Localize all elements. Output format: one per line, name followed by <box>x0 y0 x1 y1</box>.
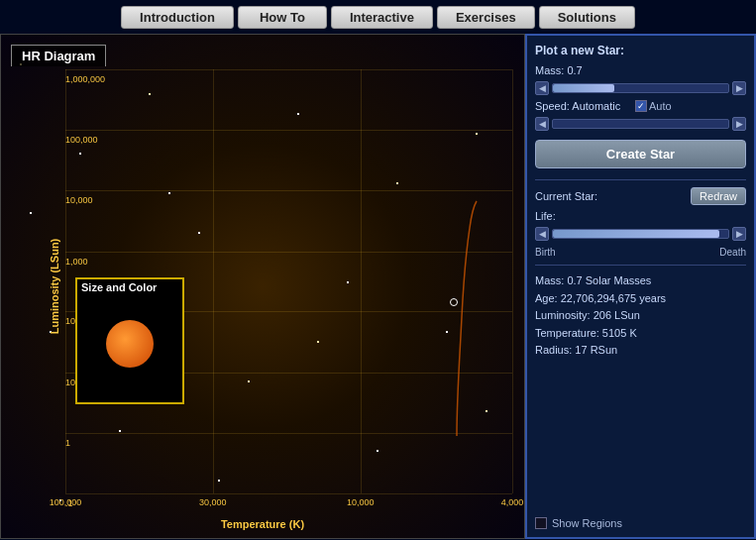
main-content: HR Diagram Luminosity (LSun) 1,000,000 1… <box>0 34 756 539</box>
speed-slider-left-arrow[interactable]: ◀ <box>535 117 549 131</box>
speed-slider-control[interactable]: ◀ ▶ <box>535 117 746 131</box>
life-slider-right-arrow[interactable]: ▶ <box>732 227 746 241</box>
current-star-row: Current Star: Redraw <box>535 187 746 205</box>
show-regions-checkbox[interactable] <box>535 517 547 529</box>
mass-slider-row: Mass: 0.7 <box>535 64 746 76</box>
tab-howto[interactable]: How To <box>238 6 327 29</box>
auto-checkbox-group: Auto <box>635 100 672 112</box>
speed-slider-right-arrow[interactable]: ▶ <box>732 117 746 131</box>
death-label: Death <box>719 247 746 258</box>
x-axis-label: Temperature (K) <box>221 518 304 530</box>
mass-label: Mass: 0.7 <box>535 64 590 76</box>
life-slider-track[interactable] <box>552 229 729 239</box>
auto-label: Auto <box>649 100 672 112</box>
life-slider-row[interactable]: ◀ ▶ <box>535 227 746 241</box>
create-star-button[interactable]: Create Star <box>535 140 746 168</box>
tab-introduction[interactable]: Introduction <box>121 6 234 29</box>
redraw-button[interactable]: Redraw <box>691 187 746 205</box>
star-age-info: Age: 22,706,294,675 years <box>535 290 746 308</box>
y-axis-label: Luminosity (LSun) <box>49 239 60 335</box>
speed-row: Speed: Automatic Auto <box>535 100 746 112</box>
star-radius-info: Radius: 17 RSun <box>535 342 746 360</box>
current-star-label: Current Star: <box>535 190 597 202</box>
birth-death-row: Birth Death <box>535 247 746 258</box>
star-info: Mass: 0.7 Solar Masses Age: 22,706,294,6… <box>535 272 746 360</box>
star-circle <box>106 320 154 368</box>
divider-2 <box>535 265 746 266</box>
size-color-box: Size and Color <box>75 277 184 404</box>
top-navigation: Introduction How To Interactive Exercise… <box>0 0 756 34</box>
mass-slider-fill <box>553 84 614 92</box>
mass-slider-control[interactable]: ◀ ▶ <box>535 81 746 95</box>
right-panel: Plot a new Star: Mass: 0.7 ◀ ▶ Speed: Au… <box>525 34 756 539</box>
plot-new-star-title: Plot a new Star: <box>535 44 746 57</box>
mass-slider-track[interactable] <box>552 83 729 93</box>
auto-checkbox[interactable] <box>635 100 647 112</box>
life-label: Life: <box>535 210 746 222</box>
hr-diagram-title: HR Diagram <box>11 45 106 66</box>
star-luminosity-info: Luminosity: 206 LSun <box>535 307 746 325</box>
tab-solutions[interactable]: Solutions <box>539 6 635 29</box>
tab-interactive[interactable]: Interactive <box>331 6 433 29</box>
speed-slider-track[interactable] <box>552 119 729 129</box>
size-color-label: Size and Color <box>77 279 182 295</box>
birth-label: Birth <box>535 247 556 258</box>
life-slider-left-arrow[interactable]: ◀ <box>535 227 549 241</box>
divider-1 <box>535 179 746 180</box>
show-regions-label: Show Regions <box>552 517 622 529</box>
show-regions-row: Show Regions <box>535 513 746 529</box>
size-color-canvas <box>77 295 182 392</box>
tab-exercises[interactable]: Exercises <box>437 6 535 29</box>
hr-diagram-panel: HR Diagram Luminosity (LSun) 1,000,000 1… <box>0 34 525 539</box>
speed-label: Speed: Automatic <box>535 100 629 112</box>
star-mass-info: Mass: 0.7 Solar Masses <box>535 272 746 290</box>
mass-slider-left-arrow[interactable]: ◀ <box>535 81 549 95</box>
mass-slider-right-arrow[interactable]: ▶ <box>732 81 746 95</box>
life-slider-fill <box>553 230 719 238</box>
star-temperature-info: Temperature: 5105 K <box>535 325 746 343</box>
